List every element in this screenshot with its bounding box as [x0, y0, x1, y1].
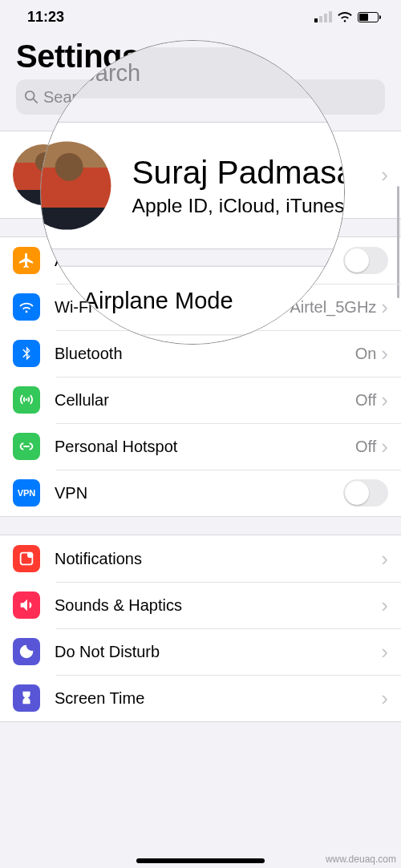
- hotspot-label: Personal Hotspot: [55, 438, 355, 456]
- svg-line-1: [34, 99, 38, 103]
- wifi-label: Wi-Fi: [55, 298, 290, 317]
- dnd-label: Do Not Disturb: [55, 643, 381, 661]
- vpn-row[interactable]: VPN VPN: [0, 470, 401, 516]
- search-icon: [24, 90, 38, 104]
- cellular-label: Cellular: [55, 391, 355, 410]
- status-time: 11:23: [27, 9, 64, 26]
- cellular-row[interactable]: Cellular Off ›: [0, 377, 401, 423]
- screentime-icon: [13, 684, 40, 712]
- bluetooth-icon: [13, 340, 40, 367]
- chevron-right-icon: ›: [381, 163, 388, 188]
- watermark: www.deuaq.com: [326, 854, 396, 865]
- screentime-row[interactable]: Screen Time ›: [0, 675, 401, 721]
- chevron-right-icon: ›: [381, 295, 388, 320]
- dnd-icon: [13, 638, 40, 665]
- wifi-value: Airtel_5GHz: [290, 298, 377, 317]
- wifi-row[interactable]: Wi-Fi Airtel_5GHz ›: [0, 284, 401, 330]
- notifications-row[interactable]: Notifications ›: [0, 535, 401, 582]
- profile-name: Suraj Padmasali: [88, 155, 381, 178]
- notifications-icon: [13, 545, 40, 572]
- vpn-toggle[interactable]: [343, 479, 388, 507]
- profile-subtitle: Apple ID, iCloud, iTunes & App Store: [88, 180, 381, 194]
- profile-avatar: [13, 144, 74, 205]
- search-input[interactable]: Search: [16, 79, 385, 115]
- hotspot-row[interactable]: Personal Hotspot Off ›: [0, 423, 401, 470]
- sounds-row[interactable]: Sounds & Haptics ›: [0, 582, 401, 628]
- home-indicator[interactable]: [136, 858, 265, 863]
- airplane-icon: [13, 247, 40, 274]
- vpn-label: VPN: [55, 484, 343, 503]
- dnd-row[interactable]: Do Not Disturb ›: [0, 628, 401, 675]
- wifi-icon: [13, 293, 40, 321]
- wifi-status-icon: [337, 11, 353, 23]
- bluetooth-row[interactable]: Bluetooth On ›: [0, 330, 401, 377]
- airplane-label: Airplane Mode: [55, 252, 343, 270]
- sounds-label: Sounds & Haptics: [55, 596, 381, 615]
- hotspot-value: Off: [355, 438, 376, 456]
- chevron-right-icon: ›: [381, 341, 388, 366]
- cellular-icon: [13, 386, 40, 414]
- chevron-right-icon: ›: [381, 434, 388, 459]
- sounds-icon: [13, 591, 40, 619]
- screentime-label: Screen Time: [55, 689, 381, 708]
- chevron-right-icon: ›: [381, 388, 388, 413]
- hotspot-icon: [13, 433, 40, 460]
- bluetooth-value: On: [355, 345, 377, 363]
- chevron-right-icon: ›: [381, 593, 388, 618]
- airplane-mode-row[interactable]: Airplane Mode: [0, 237, 401, 284]
- chevron-right-icon: ›: [381, 547, 388, 571]
- vpn-icon: VPN: [13, 479, 40, 507]
- airplane-toggle[interactable]: [343, 247, 388, 274]
- cellular-value: Off: [355, 391, 376, 410]
- svg-point-0: [26, 91, 34, 100]
- svg-point-3: [27, 552, 33, 558]
- apple-id-row[interactable]: Suraj Padmasali Apple ID, iCloud, iTunes…: [0, 131, 401, 218]
- status-bar: 11:23: [0, 0, 401, 30]
- page-title: Settings: [16, 38, 385, 75]
- cellular-signal-icon: [314, 11, 332, 22]
- search-placeholder: Search: [43, 88, 94, 107]
- chevron-right-icon: ›: [381, 640, 388, 664]
- battery-icon: [358, 12, 379, 22]
- chevron-right-icon: ›: [381, 686, 388, 711]
- bluetooth-label: Bluetooth: [55, 345, 355, 363]
- notifications-label: Notifications: [55, 550, 381, 568]
